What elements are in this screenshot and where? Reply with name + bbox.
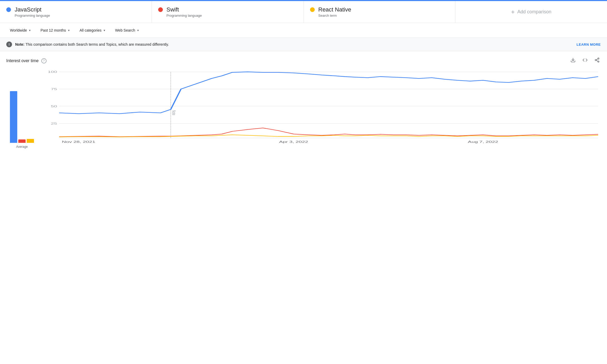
js-line <box>59 72 598 114</box>
add-comparison-label: Add comparison <box>517 9 551 15</box>
filter-type-label: Web Search <box>115 28 135 32</box>
filter-category-label: All categories <box>79 28 101 32</box>
embed-button[interactable] <box>581 56 589 65</box>
learn-more-link[interactable]: LEARN MORE <box>577 43 601 46</box>
chart-section: Interest over time ? <box>0 51 607 158</box>
filters-row: Worldwide ▼ Past 12 months ▼ All categor… <box>0 23 607 38</box>
filter-period[interactable]: Past 12 months ▼ <box>37 26 74 34</box>
avg-label: Average <box>16 145 28 149</box>
javascript-dot <box>6 7 11 12</box>
filter-category[interactable]: All categories ▼ <box>76 26 109 34</box>
terms-row: JavaScript Programming language Swift Pr… <box>0 1 607 23</box>
swift-info: Swift Programming language <box>167 6 202 17</box>
filter-period-arrow: ▼ <box>67 29 70 32</box>
note-body: This comparison contains both Search ter… <box>25 42 169 46</box>
chart-header: Interest over time ? <box>6 56 601 65</box>
svg-text:100: 100 <box>48 70 57 74</box>
filter-region-arrow: ▼ <box>28 29 31 32</box>
svg-text:Note: Note <box>171 110 176 115</box>
javascript-info: JavaScript Programming language <box>15 6 50 17</box>
javascript-name: JavaScript <box>15 6 50 13</box>
term-swift[interactable]: Swift Programming language <box>152 1 304 23</box>
note-left: ! Note: This comparison contains both Se… <box>6 42 169 47</box>
line-chart-wrapper: 100 75 50 25 Note Nov 28, 2021 Apr 3, 20… <box>38 69 601 158</box>
chart-container: Average 100 75 50 25 Note <box>6 69 601 158</box>
avg-bars-inner <box>10 85 34 143</box>
svg-text:Nov 28, 2021: Nov 28, 2021 <box>62 140 95 143</box>
svg-text:Aug 7, 2022: Aug 7, 2022 <box>468 140 498 143</box>
svg-line-5 <box>596 59 598 60</box>
add-comparison-cell[interactable]: + Add comparison <box>455 1 607 23</box>
add-icon: + <box>511 8 515 16</box>
filter-type-arrow: ▼ <box>137 29 139 32</box>
svg-line-4 <box>596 60 598 61</box>
filter-period-label: Past 12 months <box>41 28 66 32</box>
help-icon[interactable]: ? <box>41 58 47 63</box>
react-native-type: Search term <box>318 14 351 17</box>
chart-title-row: Interest over time ? <box>6 58 47 63</box>
svg-text:25: 25 <box>51 122 57 125</box>
swift-dot <box>158 7 163 12</box>
javascript-type: Programming language <box>15 14 50 17</box>
avg-bar-react-native <box>27 139 34 143</box>
term-javascript[interactable]: JavaScript Programming language <box>0 1 152 23</box>
share-icon <box>594 57 600 63</box>
chart-actions <box>569 56 601 65</box>
svg-text:75: 75 <box>51 87 57 91</box>
note-bar: ! Note: This comparison contains both Se… <box>0 38 607 51</box>
avg-bar-javascript <box>10 91 17 143</box>
swift-name: Swift <box>167 6 202 13</box>
line-chart-svg: 100 75 50 25 Note Nov 28, 2021 Apr 3, 20… <box>38 69 601 149</box>
note-text: Note: This comparison contains both Sear… <box>15 42 169 46</box>
svg-text:Apr 3, 2022: Apr 3, 2022 <box>279 140 308 143</box>
note-bold: Note: <box>15 42 25 46</box>
download-button[interactable] <box>569 56 577 65</box>
chart-title: Interest over time <box>6 58 39 63</box>
embed-icon <box>582 57 588 63</box>
avg-bar-swift <box>18 139 26 143</box>
filter-category-arrow: ▼ <box>103 29 106 32</box>
avg-bars: Average <box>6 69 38 158</box>
download-icon <box>570 57 576 63</box>
svg-text:50: 50 <box>51 105 57 108</box>
term-react-native[interactable]: React Native Search term <box>304 1 456 23</box>
note-icon: ! <box>6 42 12 47</box>
react-native-dot <box>310 7 315 12</box>
filter-region[interactable]: Worldwide ▼ <box>6 26 35 34</box>
swift-type: Programming language <box>167 14 202 17</box>
share-button[interactable] <box>593 56 601 65</box>
filter-type[interactable]: Web Search ▼ <box>111 26 143 34</box>
react-native-info: React Native Search term <box>318 6 351 17</box>
react-native-name: React Native <box>318 6 351 13</box>
filter-region-label: Worldwide <box>10 28 27 32</box>
